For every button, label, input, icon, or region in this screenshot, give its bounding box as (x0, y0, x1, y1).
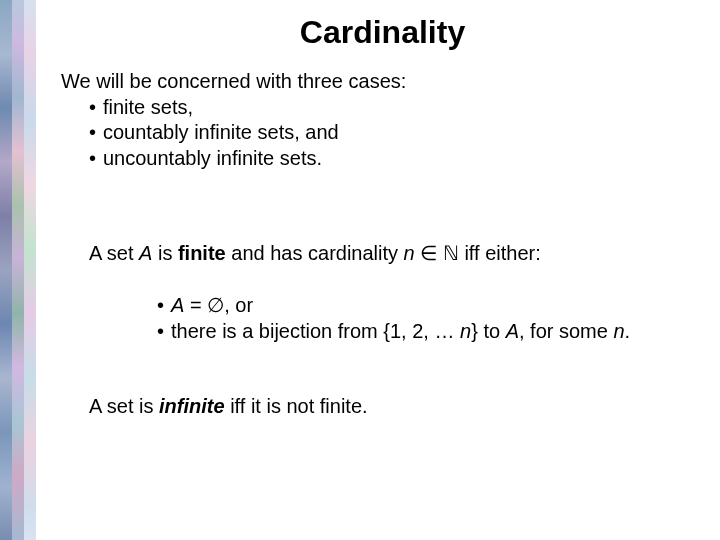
definition-finite: A set A is finite and has cardinality n … (89, 241, 710, 344)
var-A: A (139, 242, 152, 264)
text: iff it is not finite. (225, 395, 368, 417)
text: and has cardinality (226, 242, 404, 264)
bullet-text: A = ∅, or (171, 293, 710, 319)
definition-list: • A = ∅, or • there is a bijection from … (157, 293, 710, 344)
list-item: • uncountably infinite sets. (89, 146, 710, 172)
bullet-dot: • (89, 146, 103, 172)
slide-content: Cardinality We will be concerned with th… (55, 0, 710, 540)
text: = (184, 294, 207, 316)
sidebar-strip (12, 0, 24, 540)
list-item: • countably infinite sets, and (89, 120, 710, 146)
list-item: • A = ∅, or (157, 293, 710, 319)
bullet-text: countably infinite sets, and (103, 120, 339, 146)
text: , for some (519, 320, 613, 342)
list-item: • there is a bijection from {1, 2, … n} … (157, 319, 710, 345)
term-infinite: infinite (159, 395, 225, 417)
bullet-dot: • (157, 293, 171, 319)
text: } to (471, 320, 505, 342)
text: there is a bijection from {1, 2, … (171, 320, 460, 342)
var-n: n (460, 320, 471, 342)
var-n: n (404, 242, 415, 264)
empty-set-symbol: ∅ (207, 294, 224, 316)
definition-infinite: A set is infinite iff it is not finite. (89, 394, 710, 420)
sidebar-strip (0, 0, 12, 540)
decorative-sidebar (0, 0, 36, 540)
text: is (152, 242, 178, 264)
text: . (625, 320, 631, 342)
sidebar-strip (24, 0, 36, 540)
bullet-dot: • (89, 120, 103, 146)
element-of: ∈ (415, 242, 443, 264)
bullet-dot: • (89, 95, 103, 121)
slide-title: Cardinality (55, 14, 710, 51)
intro-line: We will be concerned with three cases: (61, 69, 710, 95)
naturals-symbol: ℕ (443, 242, 459, 264)
var-A: A (506, 320, 519, 342)
text: A set is (89, 395, 159, 417)
list-item: • finite sets, (89, 95, 710, 121)
var-n: n (613, 320, 624, 342)
var-A: A (171, 294, 184, 316)
bullet-text: uncountably infinite sets. (103, 146, 322, 172)
intro-list: • finite sets, • countably infinite sets… (89, 95, 710, 172)
bullet-dot: • (157, 319, 171, 345)
text: , or (224, 294, 253, 316)
term-finite: finite (178, 242, 226, 264)
text: iff either: (459, 242, 541, 264)
bullet-text: finite sets, (103, 95, 193, 121)
bullet-text: there is a bijection from {1, 2, … n} to… (171, 319, 710, 345)
text: A set (89, 242, 139, 264)
